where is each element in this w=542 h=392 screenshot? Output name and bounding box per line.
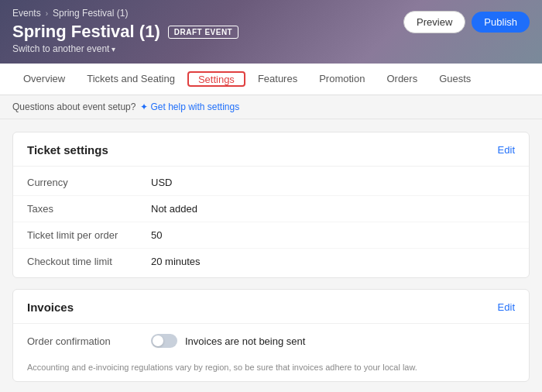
- invoices-card: Invoices Edit Order confirmation Invoice…: [12, 289, 530, 382]
- currency-label: Currency: [27, 177, 151, 188]
- checkout-limit-value: 20 minutes: [151, 256, 201, 267]
- breadcrumb-current: Spring Festival (1): [53, 8, 128, 19]
- table-row: Currency USD: [13, 170, 529, 196]
- order-confirmation-row: Order confirmation Invoices are not bein…: [13, 327, 529, 355]
- tab-settings[interactable]: Settings: [189, 69, 244, 90]
- invoices-toggle[interactable]: [151, 334, 177, 348]
- checkout-limit-label: Checkout time limit: [27, 256, 151, 267]
- help-bar: Questions about event setup? ✦ Get help …: [0, 95, 542, 119]
- taxes-value: Not added: [151, 203, 197, 215]
- tab-features[interactable]: Features: [247, 64, 308, 95]
- table-row: Taxes Not added: [13, 196, 529, 222]
- ticket-settings-body: Currency USD Taxes Not added Ticket limi…: [13, 167, 529, 277]
- ticket-limit-value: 50: [151, 229, 162, 241]
- currency-value: USD: [151, 177, 172, 188]
- breadcrumb-events[interactable]: Events: [12, 8, 41, 19]
- help-link[interactable]: ✦ Get help with settings: [140, 101, 239, 112]
- order-confirmation-label: Order confirmation: [27, 335, 151, 347]
- tab-orders[interactable]: Orders: [376, 64, 428, 95]
- invoices-body: Order confirmation Invoices are not bein…: [13, 324, 529, 358]
- invoices-title: Invoices: [27, 301, 74, 314]
- table-row: Checkout time limit 20 minutes: [13, 249, 529, 274]
- tab-promotion[interactable]: Promotion: [308, 64, 376, 95]
- tab-guests[interactable]: Guests: [428, 64, 482, 95]
- invoices-edit[interactable]: Edit: [498, 301, 515, 313]
- content-area: Ticket settings Edit Currency USD Taxes …: [0, 119, 542, 392]
- ticket-settings-header: Ticket settings Edit: [13, 132, 529, 167]
- breadcrumb-sep: ›: [46, 9, 48, 18]
- event-title: Spring Festival (1): [12, 22, 160, 42]
- ticket-settings-edit[interactable]: Edit: [498, 144, 515, 156]
- ticket-limit-label: Ticket limit per order: [27, 229, 151, 241]
- nav-tabs: Overview Tickets and Seating Settings Fe…: [0, 64, 542, 95]
- header-actions: Preview Publish: [403, 11, 530, 33]
- table-row: Ticket limit per order 50: [13, 222, 529, 249]
- draft-badge: DRAFT EVENT: [168, 26, 239, 39]
- preview-button[interactable]: Preview: [403, 11, 465, 33]
- switch-event[interactable]: Switch to another event ▾: [12, 43, 530, 54]
- taxes-label: Taxes: [27, 203, 151, 215]
- ticket-settings-card: Ticket settings Edit Currency USD Taxes …: [12, 132, 530, 278]
- help-link-text: Get help with settings: [150, 101, 239, 112]
- publish-button[interactable]: Publish: [472, 12, 530, 33]
- hero-section: Events › Spring Festival (1) Spring Fest…: [0, 0, 542, 64]
- tab-overview[interactable]: Overview: [12, 64, 76, 95]
- invoices-header: Invoices Edit: [13, 290, 529, 324]
- chevron-down-icon: ▾: [111, 45, 115, 53]
- ticket-settings-title: Ticket settings: [27, 143, 108, 156]
- invoices-toggle-text: Invoices are not being sent: [185, 335, 305, 347]
- tab-settings-wrapper: Settings: [187, 71, 245, 87]
- help-icon: ✦: [140, 101, 148, 112]
- help-question: Questions about event setup?: [12, 101, 136, 112]
- tab-tickets[interactable]: Tickets and Seating: [76, 64, 186, 95]
- invoices-note: Accounting and e-invoicing regulations v…: [13, 358, 529, 381]
